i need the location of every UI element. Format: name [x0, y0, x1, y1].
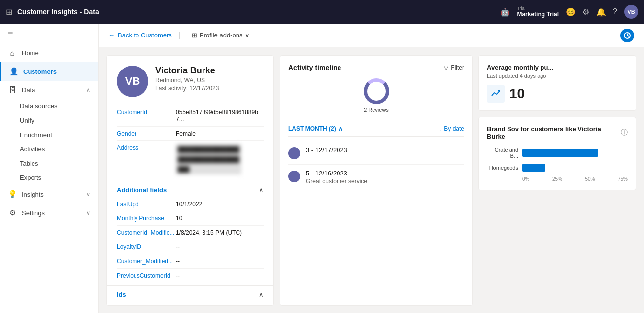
ids-section[interactable]: Ids ∧ [107, 285, 273, 301]
profile-header: VB Victoria Burke Redmond, WA, US Last a… [107, 56, 273, 105]
trial-badge: Trial Marketing Trial [517, 6, 559, 18]
field-value-customerid: 055e8517899d5ef8f19861889b7... [176, 109, 264, 123]
sort-icon: ↓ [439, 125, 442, 132]
brand-card: Brand Sov for customers like Victoria Bu… [478, 117, 636, 190]
period-chevron: ∧ [339, 125, 343, 132]
field-value-monthly-purchase: 10 [176, 215, 182, 222]
additional-fields-section[interactable]: Additional fields ∧ [107, 181, 273, 197]
help-icon[interactable]: ? [613, 7, 617, 16]
back-label: Back to Customers [118, 32, 172, 39]
field-row-lastupd: LastUpd 10/1/2022 [117, 197, 264, 211]
brand-bar [522, 164, 545, 172]
activity-title: Activity timeline [288, 64, 341, 71]
grid-icon[interactable]: ⊞ [6, 7, 12, 17]
profile-fields: CustomerId 055e8517899d5ef8f19861889b7..… [107, 105, 273, 178]
brand-info-icon[interactable]: ⓘ [621, 128, 628, 137]
profile-addons-chevron: ∨ [245, 32, 250, 39]
profile-last-activity: Last activity: 12/17/2023 [155, 85, 219, 92]
app-title: Customer Insights - Data [17, 8, 495, 16]
sidebar-item-settings[interactable]: ⚙ Settings ∨ [0, 204, 98, 222]
customers-icon: 👤 [9, 67, 18, 76]
ids-title: Ids [117, 291, 126, 298]
activity-content-1: 5 - 12/16/2023 Great customer service [306, 170, 367, 185]
period-label: LAST MONTH (2) [288, 125, 336, 132]
profile-location: Redmond, WA, US [155, 77, 219, 84]
field-row-address: Address ████████████████████████████████… [117, 140, 264, 178]
user-avatar[interactable]: VB [624, 5, 638, 19]
reviews-label: 2 Reviews [364, 107, 389, 113]
sidebar-label-home: Home [22, 49, 90, 57]
ids-chevron[interactable]: ∧ [259, 291, 264, 298]
field-label-monthly-purchase: Monthly Purchase [117, 215, 171, 222]
axis-label: 50% [585, 176, 595, 182]
ci-app-logo [620, 29, 634, 42]
metric-updated: Last updated 4 days ago [487, 73, 628, 79]
notifications-icon[interactable]: 🔔 [596, 7, 606, 17]
activity-item-0: 3 - 12/17/2023 [288, 141, 464, 165]
insights-icon: 💡 [8, 190, 17, 199]
field-value-loyaltyid: -- [176, 243, 180, 250]
activity-dot-1 [288, 171, 300, 182]
chart-axis: 0%25%50%75% [487, 176, 628, 182]
axis-label: 25% [552, 176, 562, 182]
sidebar-item-customers[interactable]: 👤 Customers [0, 62, 98, 81]
period-filter-button[interactable]: LAST MONTH (2) ∧ [288, 125, 343, 132]
field-row-customerid-modified: CustomerId_Modifie... 1/8/2024, 3:15 PM … [117, 225, 264, 240]
field-value-lastupd: 10/1/2022 [176, 201, 202, 208]
sort-by-date-button[interactable]: ↓ By date [439, 125, 464, 132]
field-row-customer-modified: Customer_Modified... -- [117, 254, 264, 268]
field-label-loyaltyid: LoyaltyID [117, 243, 171, 250]
filter-button[interactable]: ▽ Filter [444, 64, 464, 71]
data-chevron: ∧ [86, 87, 90, 93]
sidebar-item-activities[interactable]: Activities [20, 142, 98, 156]
sidebar-item-home[interactable]: ⌂ Home [0, 44, 98, 62]
field-value-previous-customerid: -- [176, 272, 180, 279]
settings-icon[interactable]: ⚙ [582, 7, 589, 17]
trial-name: Marketing Trial [517, 11, 559, 18]
brand-label: Homegoods [487, 165, 518, 171]
top-nav: ⊞ Customer Insights - Data 🤖 Trial Marke… [0, 0, 644, 24]
data-submenu: Data sources Unify Enrichment Activities… [0, 99, 98, 185]
sidebar-item-unify[interactable]: Unify [20, 113, 98, 128]
field-row-loyaltyid: LoyaltyID -- [117, 240, 264, 254]
right-column: Average monthly pu... Last updated 4 day… [478, 55, 636, 306]
sidebar-item-enrichment[interactable]: Enrichment [20, 128, 98, 142]
back-to-customers-link[interactable]: ← Back to Customers [108, 32, 172, 39]
breadcrumb-divider: | [179, 31, 181, 40]
profile-avatar: VB [117, 66, 148, 97]
sidebar-item-data[interactable]: 🗄 Data ∧ [0, 81, 98, 99]
additional-fields-chevron[interactable]: ∧ [259, 186, 264, 194]
field-value-gender: Female [176, 130, 196, 137]
settings-chevron: ∨ [86, 210, 90, 216]
activity-item-1: 5 - 12/16/2023 Great customer service [288, 165, 464, 190]
field-value-customer-modified: -- [176, 258, 180, 265]
additional-fields-list: LastUpd 10/1/2022 Monthly Purchase 10 Cu… [107, 197, 273, 282]
trial-label: Trial [517, 6, 525, 11]
content-area: ← Back to Customers | ⊞ Profile add-ons … [99, 24, 644, 313]
help-bot-icon[interactable]: 🤖 [500, 7, 510, 17]
field-value-customerid-modified: 1/8/2024, 3:15 PM (UTC) [176, 229, 242, 236]
profile-addons-button[interactable]: ⊞ Profile add-ons ∨ [188, 30, 254, 41]
top-nav-right: 🤖 Trial Marketing Trial 😊 ⚙ 🔔 ? VB [500, 5, 638, 19]
field-label-address: Address [117, 144, 171, 174]
field-label-lastupd: LastUpd [117, 201, 171, 208]
settings-nav-icon: ⚙ [8, 209, 17, 217]
field-label-customer-modified: Customer_Modified... [117, 258, 171, 265]
smiley-icon[interactable]: 😊 [566, 7, 576, 17]
sidebar-item-insights[interactable]: 💡 Insights ∨ [0, 185, 98, 204]
activity-header: Activity timeline ▽ Filter [288, 64, 464, 71]
axis-label: 75% [618, 176, 628, 182]
sidebar-label-customers: Customers [23, 68, 90, 75]
activity-value-0: 3 - 12/17/2023 [306, 146, 347, 154]
sort-label: By date [444, 125, 464, 132]
sidebar-item-data-sources[interactable]: Data sources [20, 99, 98, 113]
filter-icon: ▽ [444, 64, 448, 71]
field-label-previous-customerid: PreviousCustomerId [117, 272, 171, 279]
activity-content-0: 3 - 12/17/2023 [306, 146, 347, 154]
hamburger-menu[interactable]: ≡ [0, 24, 98, 44]
filter-label: Filter [451, 64, 464, 71]
page-content: VB Victoria Burke Redmond, WA, US Last a… [99, 47, 644, 313]
sidebar-item-exports[interactable]: Exports [20, 171, 98, 185]
sidebar-item-tables[interactable]: Tables [20, 156, 98, 171]
metric-number: 10 [509, 86, 525, 102]
